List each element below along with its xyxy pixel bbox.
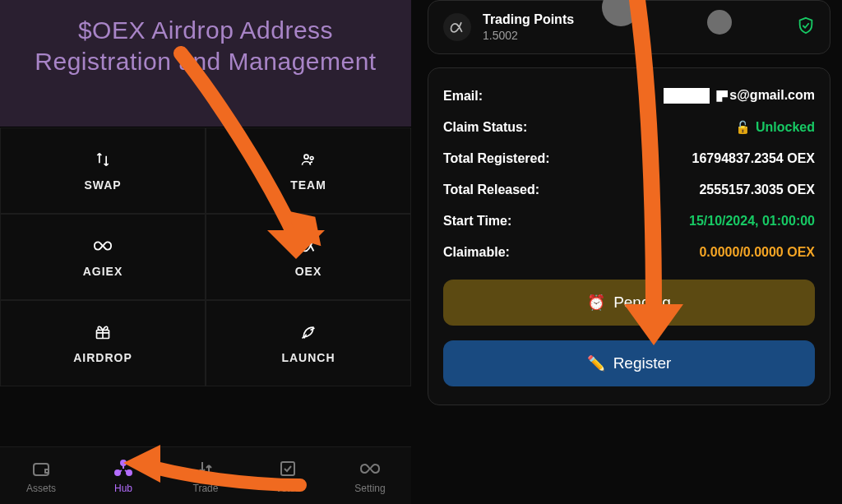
pending-button[interactable]: ⏰ Pending <box>443 280 815 326</box>
right-panel: Trading Points 1.5002 Email: s@gmail.com… <box>428 0 830 405</box>
hero-line-1: $OEX Airdrop Address <box>78 16 333 44</box>
pencil-icon: ✏️ <box>587 354 605 372</box>
start-time-label: Start Time: <box>443 214 511 229</box>
email-value: s@gmail.com <box>664 88 815 104</box>
left-panel: $OEX Airdrop Address Registration and Ma… <box>0 0 411 504</box>
hub-agiex-label: AGIEX <box>83 265 123 278</box>
start-time-value: 15/10/2024, 01:00:00 <box>689 214 815 229</box>
nav-setting-label: Setting <box>354 483 385 494</box>
register-button[interactable]: ✏️ Register <box>443 340 815 386</box>
claim-status-value: 🔓Unlocked <box>735 120 815 135</box>
hero-line-2: Registration and Management <box>35 48 376 75</box>
info-card: Email: s@gmail.com Claim Status: 🔓Unlock… <box>428 67 830 405</box>
swap-icon <box>94 150 112 169</box>
svg-point-0 <box>304 155 308 159</box>
hero: $OEX Airdrop Address Registration and Ma… <box>0 0 411 127</box>
email-redaction <box>664 88 710 104</box>
hub-agiex[interactable]: AGIEX <box>0 214 206 300</box>
trading-points-text: Trading Points 1.5002 <box>483 12 574 42</box>
shield-icon <box>797 16 815 38</box>
hub-launch[interactable]: LAUNCH <box>206 300 411 386</box>
vote-icon <box>277 458 298 479</box>
nav-trade-label: Trade <box>193 483 219 494</box>
email-suffix: s@gmail.com <box>729 88 815 102</box>
claim-status-text: Unlocked <box>756 120 815 134</box>
hub-swap-label: SWAP <box>84 178 121 192</box>
hub-oex[interactable]: OEX <box>206 214 411 300</box>
total-registered-label: Total Registered: <box>443 151 550 166</box>
hero-title: $OEX Airdrop Address Registration and Ma… <box>35 15 376 76</box>
svg-point-1 <box>310 156 313 160</box>
row-claim-status: Claim Status: 🔓Unlocked <box>443 112 815 143</box>
clock-icon: ⏰ <box>587 294 605 312</box>
row-start-time: Start Time: 15/10/2024, 01:00:00 <box>443 206 815 237</box>
email-redaction-flag <box>716 90 728 102</box>
row-email: Email: s@gmail.com <box>443 80 815 112</box>
alpha-icon <box>299 237 317 255</box>
team-icon <box>299 150 317 169</box>
hub-swap[interactable]: SWAP <box>0 127 206 214</box>
hub-icon <box>113 458 134 479</box>
hub-airdrop-label: AIRDROP <box>73 351 132 364</box>
row-total-registered: Total Registered: 16794837.2354 OEX <box>443 143 815 174</box>
nav-assets[interactable]: Assets <box>0 447 82 504</box>
register-label: Register <box>613 354 672 372</box>
row-claimable: Claimable: 0.0000/0.0000 OEX <box>443 237 815 268</box>
pending-label: Pending <box>613 294 671 312</box>
rocket-icon <box>299 323 317 341</box>
wallet-icon <box>30 458 52 479</box>
total-registered-value: 16794837.2354 OEX <box>692 151 815 166</box>
claimable-label: Claimable: <box>443 245 510 260</box>
svg-point-4 <box>121 460 126 465</box>
nav-trade[interactable]: Trade <box>164 447 247 504</box>
gift-icon <box>94 323 112 341</box>
hub-airdrop[interactable]: AIRDROP <box>0 300 206 386</box>
total-released-value: 2555157.3035 OEX <box>699 183 815 197</box>
unlock-icon: 🔓 <box>735 120 751 135</box>
email-label: Email: <box>443 89 483 104</box>
hub-oex-label: OEX <box>295 265 322 278</box>
total-released-label: Total Released: <box>443 183 539 197</box>
nav-votes-label: Votes <box>275 483 300 494</box>
infinity-icon <box>94 237 112 255</box>
nav-setting[interactable]: Setting <box>329 447 411 504</box>
hub-team[interactable]: TEAM <box>206 127 411 214</box>
claimable-value: 0.0000/0.0000 OEX <box>699 245 815 260</box>
hub-grid: SWAP TEAM AGIEX <box>0 127 411 386</box>
row-total-released: Total Released: 2555157.3035 OEX <box>443 174 815 206</box>
nav-hub[interactable]: Hub <box>82 447 164 504</box>
nav-votes[interactable]: Votes <box>247 447 329 504</box>
bottom-nav: Assets Hub Trade Votes Setting <box>0 446 411 504</box>
nav-hub-label: Hub <box>114 483 132 494</box>
alpha-icon <box>443 13 471 41</box>
trading-points-value: 1.5002 <box>483 29 574 42</box>
trading-points-card[interactable]: Trading Points 1.5002 <box>428 0 830 54</box>
hub-launch-label: LAUNCH <box>281 351 335 364</box>
svg-rect-7 <box>281 462 294 475</box>
setting-icon <box>359 458 381 479</box>
trading-points-title: Trading Points <box>483 12 574 27</box>
nav-assets-label: Assets <box>26 483 56 494</box>
trade-icon <box>195 458 216 479</box>
claim-status-label: Claim Status: <box>443 120 527 135</box>
hub-team-label: TEAM <box>290 178 326 192</box>
